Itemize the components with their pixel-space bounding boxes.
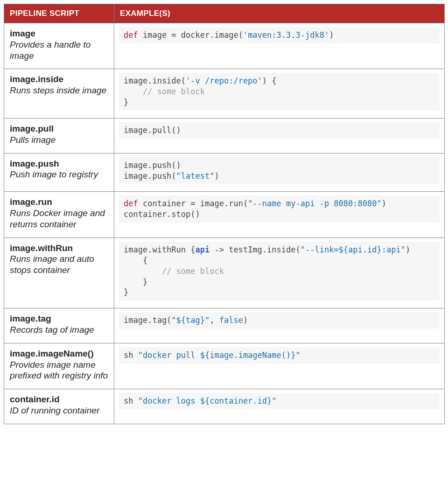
script-name: image.inside [10, 74, 108, 85]
code-token: "latest" [176, 171, 215, 181]
script-name: image.imageName() [10, 348, 108, 359]
example-cell: def container = image.run("--name my-api… [114, 192, 445, 238]
script-name: image [10, 28, 108, 39]
table-row: image.pushPush image to registryimage.pu… [4, 153, 445, 192]
script-cell: image.insideRuns steps inside image [4, 69, 114, 119]
header-pipeline-script: PIPELINE SCRIPT [4, 4, 114, 23]
code-token: "${tag}" [171, 315, 210, 325]
table-row: image.imageName()Provides image name pre… [4, 343, 445, 389]
code-block: def image = docker.image('maven:3.3.3-jd… [119, 27, 440, 43]
table-row: image.insideRuns steps inside imageimage… [4, 69, 445, 119]
code-token: api [196, 245, 210, 254]
code-token: "docker pull ${image.imageName()}" [138, 350, 301, 360]
example-cell: def image = docker.image('maven:3.3.3-jd… [114, 23, 445, 69]
example-cell: sh "docker logs ${container.id}" [114, 389, 445, 424]
example-cell: image.pull() [114, 119, 445, 154]
table-row: image.withRunRuns image and auto stops c… [4, 238, 445, 308]
script-cell: imageProvides a handle to image [4, 23, 114, 69]
script-description: Provides a handle to image [10, 39, 108, 62]
example-cell: image.withRun {api -> testImg.inside("--… [114, 238, 445, 308]
table-row: imageProvides a handle to imagedef image… [4, 23, 445, 69]
code-token: "--link=${api.id}:api" [301, 245, 406, 254]
table-row: image.runRuns Docker image and returns c… [4, 192, 445, 238]
header-examples: EXAMPLE(S) [114, 4, 445, 23]
script-cell: container.idID of running container [4, 389, 114, 424]
script-cell: image.runRuns Docker image and returns c… [4, 192, 114, 238]
script-description: Records tag of image [10, 324, 108, 336]
table-row: image.tagRecords tag of imageimage.tag("… [4, 308, 445, 343]
code-token: "docker logs ${container.id}" [138, 396, 277, 406]
code-block: image.tag("${tag}", false) [119, 312, 440, 329]
pipeline-docker-table: PIPELINE SCRIPT EXAMPLE(S) imageProvides… [4, 4, 445, 424]
code-block: image.inside('-v /repo:/repo') { // some… [119, 73, 440, 111]
table-row: container.idID of running containersh "d… [4, 389, 445, 424]
code-block: def container = image.run("--name my-api… [119, 196, 440, 223]
script-name: container.id [10, 394, 108, 405]
code-token: def [124, 30, 138, 40]
example-cell: image.push() image.push("latest") [114, 153, 445, 192]
code-block: image.withRun {api -> testImg.inside("--… [119, 242, 440, 301]
script-cell: image.pushPush image to registry [4, 153, 114, 192]
example-cell: image.inside('-v /repo:/repo') { // some… [114, 69, 445, 119]
script-name: image.run [10, 196, 108, 208]
code-token: false [219, 315, 243, 325]
script-description: Provides image name prefixed with regist… [10, 359, 108, 382]
code-block: sh "docker logs ${container.id}" [119, 393, 440, 409]
script-name: image.push [10, 158, 108, 169]
code-token: '-v /repo:/repo' [186, 76, 262, 85]
code-token: // some block [162, 266, 224, 276]
code-block: image.pull() [119, 122, 440, 139]
code-block: sh "docker pull ${image.imageName()}" [119, 347, 440, 364]
script-description: Runs steps inside image [10, 85, 108, 96]
script-name: image.pull [10, 123, 108, 134]
script-cell: image.pullPulls image [4, 119, 114, 154]
script-description: Runs Docker image and returns container [10, 208, 108, 230]
code-token: // some block [143, 87, 205, 96]
script-cell: image.imageName()Provides image name pre… [4, 343, 114, 389]
example-cell: image.tag("${tag}", false) [114, 308, 445, 343]
code-token: def [124, 199, 138, 208]
script-cell: image.tagRecords tag of image [4, 308, 114, 343]
script-cell: image.withRunRuns image and auto stops c… [4, 238, 114, 308]
script-description: Push image to registry [10, 169, 108, 180]
script-description: ID of running container [10, 405, 108, 416]
script-name: image.tag [10, 313, 108, 324]
table-row: image.pullPulls imageimage.pull() [4, 119, 445, 154]
example-cell: sh "docker pull ${image.imageName()}" [114, 343, 445, 389]
code-token: 'maven:3.3.3-jdk8' [243, 30, 329, 40]
script-name: image.withRun [10, 243, 108, 254]
script-description: Pulls image [10, 134, 108, 146]
code-token: "--name my-api -p 8080:8080" [248, 199, 382, 208]
script-description: Runs image and auto stops container [10, 253, 108, 276]
code-block: image.push() image.push("latest") [119, 157, 440, 184]
